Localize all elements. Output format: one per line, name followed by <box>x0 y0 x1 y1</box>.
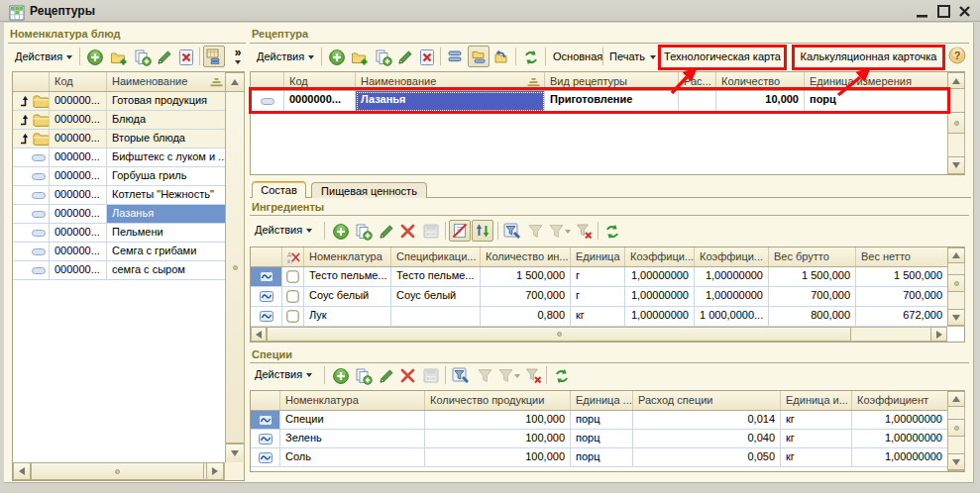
delete-icon[interactable] <box>417 48 436 66</box>
help-icon[interactable]: ? <box>948 47 966 64</box>
refresh-icon[interactable] <box>521 48 540 66</box>
tree-row[interactable]: 000000...Готовая продукция <box>13 92 225 111</box>
checkbox-unchecked[interactable] <box>286 310 299 323</box>
tree-code-cell[interactable]: 000000... <box>50 243 107 260</box>
ing-net-cell[interactable]: 672,000 <box>856 307 947 326</box>
clear-filter-icon[interactable] <box>524 366 543 385</box>
ing-name-cell[interactable]: Лук <box>304 307 391 326</box>
ing-gross-cell[interactable]: 800,000 <box>769 307 856 326</box>
tree-code-cell[interactable]: 000000... <box>50 224 107 242</box>
sp-name-cell[interactable]: Соль <box>280 448 425 466</box>
sp-unit-cell[interactable]: порц <box>571 411 633 429</box>
hierarchy-list-toggle[interactable] <box>468 46 490 67</box>
ing-vscroll-up[interactable] <box>947 247 965 263</box>
tree-vscroll-down[interactable] <box>225 444 245 463</box>
tree-row[interactable]: 000000...Семга с грибами <box>13 243 225 261</box>
tree-code-cell[interactable]: 000000... <box>50 111 107 129</box>
minimize-button[interactable] <box>916 13 929 19</box>
ing-k1-cell[interactable]: 1,00000000 <box>625 267 695 286</box>
ingredient-row[interactable]: Тесто пельме...Тесто пельме...1 500,000г… <box>251 267 947 287</box>
recipe-vscroll-thumb[interactable] <box>947 112 965 134</box>
tree-vscroll-up[interactable] <box>225 72 245 92</box>
sp-unit-cell[interactable]: порц <box>571 430 633 447</box>
tree-row[interactable]: 000000...Лазанья <box>13 205 225 224</box>
filter-history-icon-disabled[interactable] <box>548 222 572 241</box>
ing-k2-cell[interactable]: 1 000,0000... <box>695 307 769 326</box>
maximize-button[interactable] <box>936 4 951 19</box>
filter-by-value-icon-disabled[interactable] <box>526 222 545 241</box>
filter-by-value-icon-disabled[interactable] <box>476 366 494 385</box>
end-edit-icon-disabled[interactable]: ЕОК <box>421 222 440 241</box>
tree-col-indicator[interactable] <box>13 72 50 91</box>
spices-actions-button[interactable]: Действия <box>252 364 315 384</box>
tree-name-cell[interactable]: Блюда <box>107 111 225 129</box>
checkbox-unchecked[interactable] <box>286 290 299 303</box>
add-icon[interactable] <box>85 48 104 66</box>
tree-name-cell[interactable]: Бифштекс с луком и ... <box>107 148 225 166</box>
show-deleted-toggle[interactable] <box>449 220 471 242</box>
tree-row[interactable]: 000000...Бифштекс с луком и ... <box>13 148 225 167</box>
set-filter-icon[interactable] <box>451 366 472 385</box>
ing-col-qty[interactable]: Количество ин... <box>481 247 571 266</box>
copy-icon[interactable] <box>354 222 373 241</box>
clear-filter-icon[interactable] <box>575 222 594 241</box>
tree-hscroll-left[interactable] <box>13 462 31 480</box>
ing-check-cell[interactable] <box>282 307 304 326</box>
ing-col-spec[interactable]: Спецификаци... <box>391 247 481 266</box>
ing-col-gross[interactable]: Вес брутто <box>769 247 856 266</box>
filter-history-icon-disabled[interactable] <box>497 366 521 385</box>
parent-level-icon[interactable] <box>491 48 511 66</box>
tree-row[interactable]: 000000...Вторые блюда <box>13 130 225 148</box>
reorder-rows-toggle[interactable] <box>472 220 493 242</box>
main-button[interactable]: Основная <box>551 47 604 66</box>
ing-qty-cell[interactable]: 0,800 <box>481 307 571 326</box>
add-icon[interactable] <box>327 48 346 66</box>
set-filter-icon[interactable] <box>502 222 523 241</box>
ingredient-row[interactable]: Соус белыйСоус белый700,000г1,000000001,… <box>251 287 947 307</box>
ing-name-cell[interactable]: Соус белый <box>304 287 391 306</box>
ing-k1-cell[interactable]: 1,00000000 <box>625 287 695 306</box>
sp-col-rate[interactable]: Расход специи <box>633 391 781 410</box>
ing-vscroll-thumb[interactable] <box>947 274 965 292</box>
tree-name-cell[interactable]: Пельмени <box>107 224 225 242</box>
copy-icon[interactable] <box>133 48 152 66</box>
sp-vscroll-down[interactable] <box>947 453 965 470</box>
recipe-actions-button[interactable]: Действия <box>254 47 317 66</box>
tree-row[interactable]: 000000...Котлеты "Нежность" <box>13 186 225 205</box>
tree-row[interactable]: 000000...Горбуша гриль <box>13 167 225 186</box>
tree-vscroll-thumb[interactable] <box>225 91 245 444</box>
spice-row[interactable]: Специи100,000порц0,014кг1,00000000 <box>251 411 947 430</box>
ing-gross-cell[interactable]: 700,000 <box>769 287 856 306</box>
sp-col-unit2[interactable]: Единица и... <box>781 391 852 410</box>
ingredients-actions-button[interactable]: Действия <box>252 220 315 240</box>
tree-col-code[interactable]: Код <box>50 72 107 91</box>
ing-net-cell[interactable]: 1 500,000 <box>856 267 947 286</box>
edit-icon[interactable] <box>155 48 173 66</box>
tab-composition[interactable]: Состав <box>252 181 306 198</box>
ing-unit-cell[interactable]: г <box>571 287 625 306</box>
sp-vscroll-up[interactable] <box>947 391 965 407</box>
sp-vscroll-thumb[interactable] <box>947 419 965 437</box>
ing-unit-cell[interactable]: кг <box>571 307 625 326</box>
recipe-vscroll-down[interactable] <box>947 156 965 174</box>
ing-hscroll-thumb[interactable] <box>267 327 851 342</box>
sp-col-k[interactable]: Коэффициент <box>852 391 947 410</box>
ing-qty-cell[interactable]: 1 500,000 <box>481 267 571 286</box>
sp-rate-cell[interactable]: 0,040 <box>633 430 781 447</box>
sp-col-indicator[interactable] <box>251 391 280 410</box>
tree-code-cell[interactable]: 000000... <box>50 130 107 148</box>
sp-k-cell[interactable]: 1,00000000 <box>852 411 947 429</box>
tree-code-cell[interactable]: 000000... <box>50 92 107 110</box>
delete-row-icon[interactable] <box>398 366 417 385</box>
delete-row-icon[interactable] <box>398 222 417 241</box>
add-icon[interactable] <box>331 222 350 241</box>
tree-row[interactable]: 000000...Пельмени <box>13 224 225 243</box>
sp-name-cell[interactable]: Специи <box>280 411 425 429</box>
ing-col-check[interactable]: ДтКт <box>282 247 304 266</box>
sp-qty-cell[interactable]: 100,000 <box>425 448 571 466</box>
tree-name-cell[interactable]: семга с сыром <box>107 261 225 279</box>
ing-col-k1[interactable]: Коэффици... <box>625 247 695 266</box>
ingredient-row[interactable]: Лук0,800кг1,000000001 000,0000...800,000… <box>251 307 947 327</box>
ing-check-cell[interactable] <box>282 267 304 286</box>
tree-row[interactable]: 000000...семга с сыром <box>13 261 225 280</box>
